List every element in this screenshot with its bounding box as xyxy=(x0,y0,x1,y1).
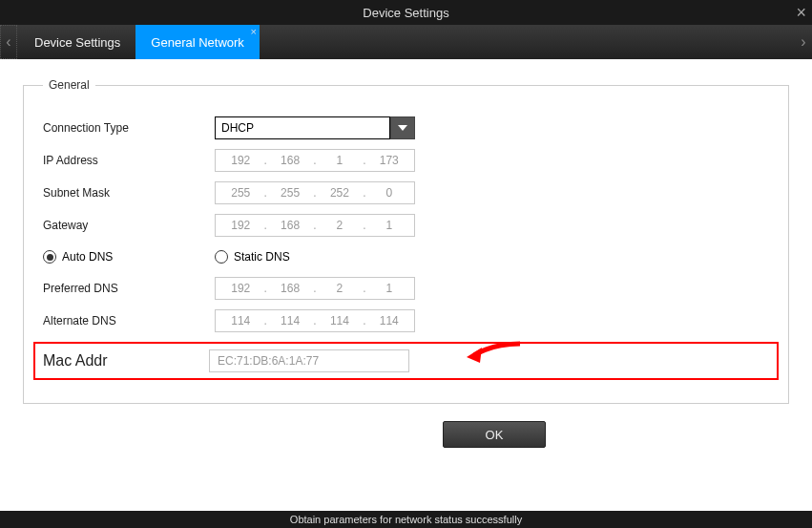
row-dns-mode: Auto DNS Static DNS xyxy=(43,250,769,264)
ip-address-input[interactable]: 192. 168. 1. 173 xyxy=(215,149,415,172)
radio-label: Static DNS xyxy=(234,250,290,264)
label-subnet-mask: Subnet Mask xyxy=(43,186,215,200)
row-preferred-dns: Preferred DNS 192. 168. 2. 1 xyxy=(43,277,769,300)
ok-button[interactable]: OK xyxy=(443,421,546,448)
mac-addr-input[interactable]: EC:71:DB:6A:1A:77 xyxy=(209,349,409,372)
tab-label: General Network xyxy=(151,35,244,50)
highlight-mac-addr: Mac Addr EC:71:DB:6A:1A:77 xyxy=(33,342,779,380)
title-bar: Device Settings × xyxy=(0,0,812,25)
tab-device-settings[interactable]: Device Settings xyxy=(19,25,135,59)
gateway-input[interactable]: 192. 168. 2. 1 xyxy=(215,214,415,237)
radio-icon xyxy=(215,250,228,264)
row-subnet-mask: Subnet Mask 255. 255. 252. 0 xyxy=(43,181,769,204)
select-value: DHCP xyxy=(215,116,390,139)
label-connection-type: Connection Type xyxy=(43,121,215,135)
arrow-annotation-icon xyxy=(465,340,522,367)
svg-marker-1 xyxy=(467,348,482,363)
tab-label: Device Settings xyxy=(34,35,120,50)
row-gateway: Gateway 192. 168. 2. 1 xyxy=(43,214,769,237)
alternate-dns-input[interactable]: 114. 114. 114. 114 xyxy=(215,309,415,332)
label-mac-addr: Mac Addr xyxy=(43,352,209,370)
close-icon[interactable]: × xyxy=(796,3,806,23)
tab-bar: ‹ Device Settings General Network × › xyxy=(0,25,812,59)
svg-marker-0 xyxy=(398,125,407,131)
row-ip-address: IP Address 192. 168. 1. 173 xyxy=(43,149,769,172)
status-text: Obtain parameters for network status suc… xyxy=(290,514,522,525)
preferred-dns-input[interactable]: 192. 168. 2. 1 xyxy=(215,277,415,300)
tab-close-icon[interactable]: × xyxy=(250,26,256,37)
general-fieldset: General Connection Type DHCP IP Address … xyxy=(23,78,789,404)
general-legend: General xyxy=(43,78,95,92)
tab-scroll-right[interactable]: › xyxy=(795,25,812,59)
label-ip-address: IP Address xyxy=(43,154,215,167)
radio-label: Auto DNS xyxy=(62,250,113,264)
radio-static-dns[interactable]: Static DNS xyxy=(215,250,290,264)
connection-type-select[interactable]: DHCP xyxy=(215,116,415,139)
window-title: Device Settings xyxy=(363,6,448,20)
tab-general-network[interactable]: General Network × xyxy=(135,25,260,59)
row-alternate-dns: Alternate DNS 114. 114. 114. 114 xyxy=(43,309,769,332)
content-area: General Connection Type DHCP IP Address … xyxy=(0,59,812,513)
row-connection-type: Connection Type DHCP xyxy=(43,116,769,139)
radio-auto-dns[interactable]: Auto DNS xyxy=(43,250,215,264)
label-preferred-dns: Preferred DNS xyxy=(43,282,215,295)
radio-icon xyxy=(43,250,56,264)
status-bar: Obtain parameters for network status suc… xyxy=(0,511,812,528)
label-gateway: Gateway xyxy=(43,219,215,232)
dropdown-icon[interactable] xyxy=(390,116,415,139)
subnet-mask-input[interactable]: 255. 255. 252. 0 xyxy=(215,181,415,204)
tab-scroll-left[interactable]: ‹ xyxy=(0,25,17,59)
label-alternate-dns: Alternate DNS xyxy=(43,314,215,327)
